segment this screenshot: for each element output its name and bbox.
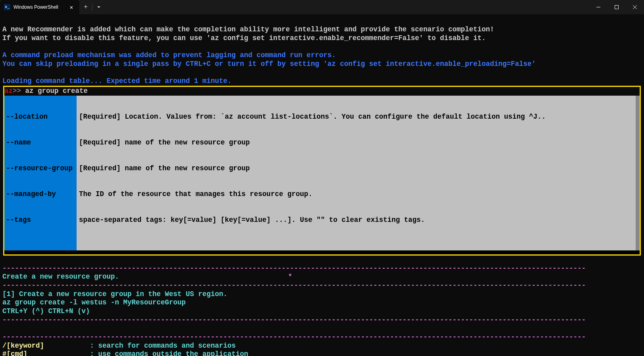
titlebar-left: >_ Windows PowerShell ✕ + [0, 0, 105, 14]
prompt-prefix: az [4, 87, 13, 95]
example-line-1: [1] Create a new resource group in the W… [2, 290, 642, 299]
prompt-chevron: >> [13, 87, 25, 95]
asterisk-icon: * [288, 273, 292, 281]
help-row-1: #[cmd] : use commands outside the applic… [2, 350, 642, 356]
intro-line-2: If you want to disable this feature, you… [2, 34, 642, 43]
separator-3: ----------------------------------------… [2, 316, 642, 325]
desc-managed-by: The ID of the resource that manages this… [79, 190, 637, 199]
autocomplete-scrollbar[interactable] [636, 96, 640, 250]
autocomplete-descriptions: [Required] Location. Values from: `az ac… [77, 96, 640, 250]
tab-powershell[interactable]: >_ Windows PowerShell ✕ [0, 0, 79, 14]
close-icon[interactable]: ✕ [67, 3, 75, 11]
preload-line-1: A command preload mechanism was added to… [2, 51, 642, 60]
desc-name: [Required] name of the new resource grou… [79, 139, 637, 147]
example-line-3: CTRL+Y (^) CTRL+N (v) [2, 307, 642, 316]
intro-line-1: A new Recommender is added which can mak… [2, 25, 642, 34]
param-tags[interactable]: --tags [5, 216, 75, 225]
maximize-button[interactable] [607, 0, 626, 14]
autocomplete-highlight: az>> az group create --location --name -… [3, 86, 641, 256]
separator-4: ----------------------------------------… [2, 333, 642, 342]
prompt-command: az group create [25, 87, 88, 95]
autocomplete-popup[interactable]: --location --name --resource-group --man… [4, 96, 640, 250]
example-line-2: az group create -l westus -n MyResourceG… [2, 298, 642, 307]
powershell-icon: >_ [4, 4, 10, 10]
desc-tags: space-separated tags: key[=value] [key[=… [79, 216, 637, 225]
help-row-0: /[keyword] : search for commands and sce… [2, 342, 642, 350]
description-line: Create a new resource group. * [2, 273, 642, 281]
separator-2: ----------------------------------------… [2, 281, 642, 290]
param-name[interactable]: --name [5, 139, 75, 147]
separator-1: ----------------------------------------… [2, 264, 642, 273]
minimize-button[interactable] [589, 0, 607, 14]
svg-rect-1 [615, 6, 619, 9]
param-managed-by[interactable]: --managed-by [5, 190, 75, 199]
preload-line-2: You can skip preloading in a single pass… [2, 60, 642, 69]
autocomplete-params: --location --name --resource-group --man… [4, 96, 77, 250]
window-controls [589, 0, 644, 14]
desc-location: [Required] Location. Values from: `az ac… [79, 113, 637, 121]
param-location[interactable]: --location [5, 113, 75, 121]
desc-resource-group: [Required] name of the new resource grou… [79, 164, 637, 173]
prompt-line[interactable]: az>> az group create [4, 87, 640, 96]
param-resource-group[interactable]: --resource-group [5, 164, 75, 173]
titlebar: >_ Windows PowerShell ✕ + [0, 0, 644, 14]
close-window-button[interactable] [626, 0, 644, 14]
new-tab-button[interactable]: + [79, 0, 92, 14]
terminal-body[interactable]: A new Recommender is added which can mak… [0, 14, 644, 356]
tab-dropdown-button[interactable] [92, 0, 105, 14]
loading-line: Loading command table... Expected time a… [2, 77, 642, 86]
tab-title: Windows PowerShell [13, 4, 64, 10]
